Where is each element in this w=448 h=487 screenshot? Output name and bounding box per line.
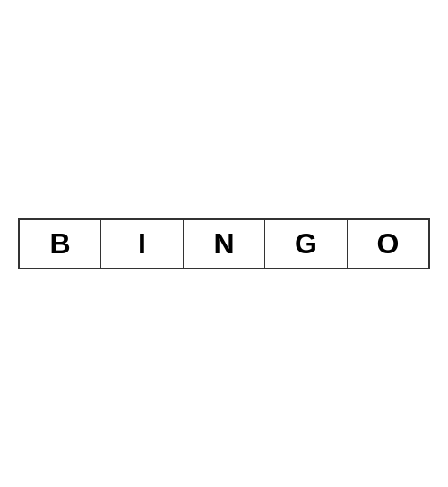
header-col-o: O [347,219,429,269]
header-col-n: N [183,219,265,269]
bingo-card: BINGO [18,218,430,269]
header-col-b: B [19,219,101,269]
header-col-g: G [265,219,348,269]
header-col-i: I [101,219,184,269]
bingo-header-row: BINGO [19,219,429,269]
